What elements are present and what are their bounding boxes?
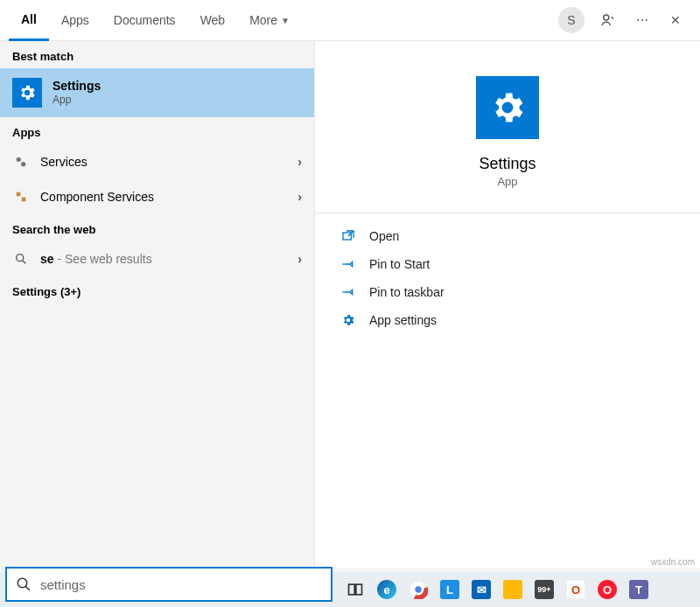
caret-down-icon: ▼ <box>281 16 290 25</box>
svg-point-5 <box>17 255 24 262</box>
result-name: Services <box>40 154 287 170</box>
search-tabs: All Apps Documents Web More ▼ S ⋯ ✕ <box>0 0 700 41</box>
svg-rect-3 <box>17 192 21 197</box>
action-label: Pin to taskbar <box>369 285 444 299</box>
detail-actions: Open Pin to Start Pin to taskbar App set… <box>315 213 700 343</box>
result-app-component-services[interactable]: Component Services › <box>0 179 314 214</box>
action-label: Open <box>369 229 399 243</box>
svg-rect-4 <box>22 198 26 202</box>
chevron-right-icon: › <box>298 190 302 204</box>
results-pane: Best match Settings App Apps Services › … <box>0 41 314 568</box>
svg-point-14 <box>415 586 421 592</box>
svg-point-15 <box>18 578 27 588</box>
action-open[interactable]: Open <box>341 222 674 250</box>
taskbar-search[interactable] <box>5 567 332 602</box>
gears-icon <box>12 153 30 171</box>
explorer-icon[interactable] <box>500 577 525 602</box>
tab-label: All <box>21 12 37 26</box>
result-web-search[interactable]: se - See web results › <box>0 241 314 276</box>
tab-all[interactable]: All <box>9 0 49 41</box>
gear-icon <box>341 313 357 327</box>
result-text: Settings App <box>52 78 302 108</box>
watermark: wsxdn.com <box>651 557 695 567</box>
tab-apps[interactable]: Apps <box>49 0 102 41</box>
tab-label: More <box>249 13 277 27</box>
tab-web[interactable]: Web <box>188 0 238 41</box>
search-icon <box>12 250 30 268</box>
tab-more[interactable]: More ▼ <box>237 0 302 41</box>
svg-rect-11 <box>356 584 362 595</box>
tab-documents[interactable]: Documents <box>102 0 188 41</box>
section-web: Search the web <box>0 214 314 241</box>
svg-point-0 <box>604 15 609 20</box>
pin-icon <box>341 257 357 271</box>
chrome-icon[interactable] <box>406 577 430 602</box>
gear-icon <box>476 76 539 139</box>
search-input[interactable] <box>38 576 322 593</box>
pin-icon <box>341 285 357 299</box>
mail-icon[interactable]: ✉ <box>469 577 494 602</box>
result-app-services[interactable]: Services › <box>0 144 314 179</box>
tab-label: Documents <box>114 13 176 27</box>
badge-99[interactable]: 99+ <box>532 577 556 602</box>
more-options-icon[interactable]: ⋯ <box>634 13 651 27</box>
result-sub: App <box>52 94 302 108</box>
action-label: App settings <box>369 313 437 327</box>
svg-rect-10 <box>349 584 355 595</box>
chevron-right-icon: › <box>298 155 302 169</box>
header-right: S ⋯ ✕ <box>558 7 691 33</box>
section-settings-more[interactable]: Settings (3+) <box>0 276 314 304</box>
close-icon[interactable]: ✕ <box>667 13 684 27</box>
task-view-icon[interactable] <box>343 577 368 602</box>
detail-pane: Settings App Open Pin to Start Pin to ta… <box>314 41 700 568</box>
rewards-icon[interactable] <box>600 12 618 28</box>
action-label: Pin to Start <box>369 257 430 271</box>
tab-label: Web <box>200 13 226 27</box>
action-app-settings[interactable]: App settings <box>341 306 674 334</box>
result-name: se - See web results <box>40 251 287 267</box>
svg-line-6 <box>23 261 26 264</box>
svg-point-1 <box>17 157 21 162</box>
result-best-match[interactable]: Settings App <box>0 68 314 117</box>
search-icon <box>16 576 32 592</box>
svg-point-2 <box>21 162 25 166</box>
teams-icon[interactable]: T <box>626 577 651 602</box>
avatar-initial: S <box>567 13 575 27</box>
detail-title: Settings <box>479 155 536 173</box>
svg-line-16 <box>25 586 30 590</box>
result-name: Settings <box>52 78 302 94</box>
open-icon <box>341 229 357 243</box>
section-apps: Apps <box>0 117 314 144</box>
app-l-icon[interactable]: L <box>438 577 462 602</box>
user-avatar[interactable]: S <box>558 7 584 33</box>
component-icon <box>12 188 30 206</box>
section-best-match: Best match <box>0 41 314 68</box>
result-name: Component Services <box>40 189 287 205</box>
action-pin-start[interactable]: Pin to Start <box>341 250 674 278</box>
office-icon[interactable]: O <box>564 577 588 602</box>
opera-icon[interactable]: O <box>595 577 620 602</box>
tab-label: Apps <box>61 13 89 27</box>
action-pin-taskbar[interactable]: Pin to taskbar <box>341 278 674 306</box>
detail-sub: App <box>497 175 517 188</box>
chevron-right-icon: › <box>298 252 302 266</box>
gear-icon <box>12 78 42 108</box>
edge-icon[interactable]: e <box>374 577 399 602</box>
